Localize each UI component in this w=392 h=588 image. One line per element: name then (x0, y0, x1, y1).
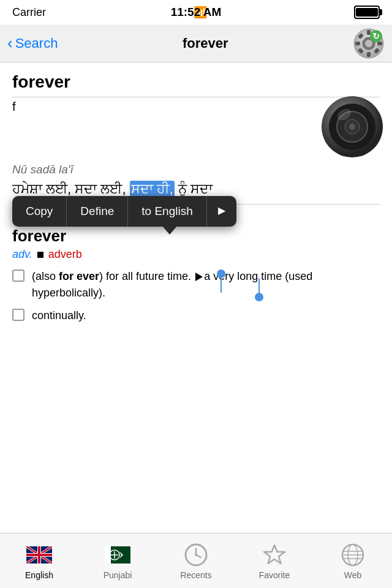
dict-word: forever (12, 227, 380, 246)
punjabi-after: ਨੂੰ ਸਦਾ (175, 181, 213, 197)
tab-favorite[interactable]: Favorite (238, 542, 311, 580)
time-label: 11:52 AM (171, 6, 222, 19)
svg-point-10 (365, 40, 372, 47)
play-menu-item[interactable]: ▶ (207, 196, 236, 227)
back-label: Search (15, 36, 58, 51)
svg-rect-4 (377, 42, 382, 45)
punjabi-before: ਹਮੇਸ਼ਾ ਲਈ, ਸਦਾ ਲਈ, (12, 181, 130, 197)
gear-icon: ↻ (353, 28, 385, 59)
dictionary-section: forever adv. adverb (also for ever) for … (0, 217, 392, 340)
speaker-icon[interactable] (318, 93, 386, 160)
english-flag-icon (26, 542, 52, 568)
chevron-left-icon: ‹ (7, 35, 13, 51)
tab-web-label: Web (344, 570, 362, 580)
nav-title: forever (183, 36, 228, 51)
content-area: forever f Copy Define to English ▶ Nū sa… (0, 62, 392, 217)
tab-punjabi-label: Punjabi (104, 570, 132, 580)
punjabi-selected: ਸਦਾ ਹੀ, (130, 181, 175, 197)
tab-english[interactable]: English (2, 542, 76, 580)
context-menu: Copy Define to English ▶ (12, 196, 236, 227)
to-english-menu-item[interactable]: to English (128, 196, 206, 227)
def-text-2: continually. (32, 307, 380, 324)
selection-handle-top-line (221, 278, 222, 293)
play-inline-icon (195, 273, 203, 281)
definition-row-1: (also for ever) for all future time. a v… (12, 268, 380, 301)
definition-row-2: continually. (12, 307, 380, 324)
web-globe-icon (340, 542, 366, 568)
def-text-1: (also for ever) for all future time. a v… (32, 268, 380, 301)
tab-recents-label: Recents (180, 570, 211, 580)
tab-bar: English Punjabi Recents (0, 533, 392, 588)
recents-clock-icon (183, 542, 209, 568)
tab-recents[interactable]: Recents (159, 542, 233, 580)
tab-favorite-label: Favorite (259, 570, 290, 580)
selection-handle-bottom[interactable] (255, 293, 263, 301)
word-type-abbr: adv. (12, 248, 32, 261)
copy-menu-item[interactable]: Copy (12, 196, 67, 227)
favorite-star-icon (262, 542, 287, 568)
def-checkbox-2[interactable] (12, 309, 24, 321)
battery-indicator (354, 6, 380, 19)
nav-bar: ‹ Search forever (0, 24, 392, 62)
def-checkbox-1[interactable] (12, 270, 24, 282)
bullet-square (37, 252, 43, 258)
transliteration: Nū sadā la'ī (12, 163, 380, 176)
tab-web[interactable]: Web (316, 542, 390, 580)
main-word: forever (12, 72, 380, 92)
svg-point-17 (349, 124, 355, 130)
svg-marker-36 (264, 545, 285, 564)
svg-rect-3 (355, 42, 360, 45)
word-type-full: adverb (48, 248, 82, 261)
back-button[interactable]: ‹ Search (7, 36, 58, 51)
punjabi-flag-icon (105, 542, 130, 568)
svg-rect-27 (26, 554, 52, 556)
carrier-label: Carrier (12, 6, 46, 19)
settings-button[interactable]: ↻ (353, 28, 385, 59)
svg-point-35 (195, 554, 197, 556)
word-type-row: adv. adverb (12, 248, 380, 261)
selection-handle-bottom-line (258, 278, 260, 293)
define-menu-item[interactable]: Define (67, 196, 128, 227)
tab-punjabi[interactable]: Punjabi (81, 542, 154, 580)
tab-english-label: English (25, 570, 53, 580)
svg-text:↻: ↻ (372, 31, 380, 41)
status-bar: Carrier 📶 11:52 AM (0, 0, 392, 24)
menu-tail (162, 226, 177, 235)
svg-rect-2 (367, 52, 371, 57)
svg-rect-1 (367, 30, 371, 35)
selection-handle-top[interactable] (217, 270, 225, 278)
